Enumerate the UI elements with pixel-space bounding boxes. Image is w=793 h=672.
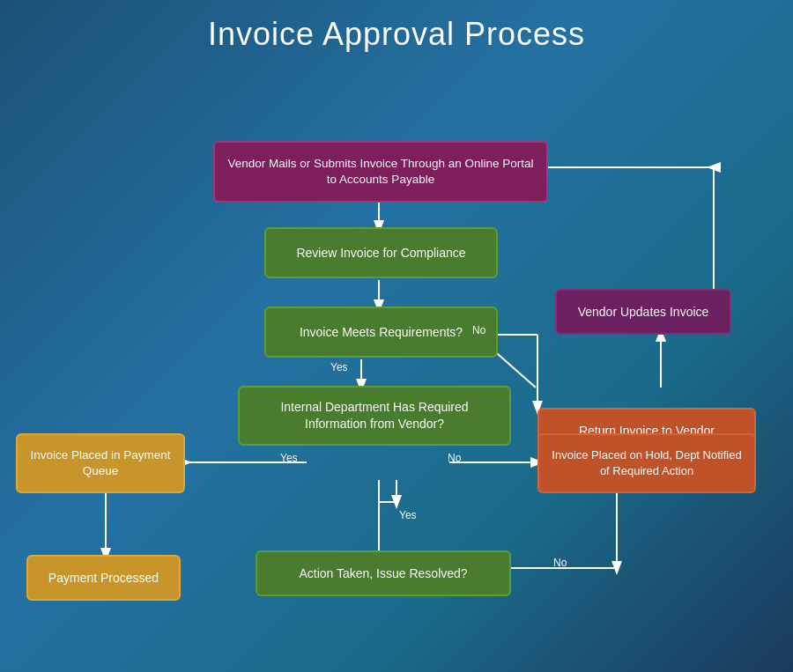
invoice-hold-box: Invoice Placed on Hold, Dept Notified of… xyxy=(537,433,756,493)
yes-label-dept: Yes xyxy=(280,452,298,464)
action-taken-box: Action Taken, Issue Resolved? xyxy=(256,550,511,596)
review-compliance-box: Review Invoice for Compliance xyxy=(264,227,498,278)
yes-label-action: Yes xyxy=(399,509,417,521)
no-label-dept: No xyxy=(448,452,461,464)
internal-dept-box: Internal Department Has Required Informa… xyxy=(238,386,511,446)
payment-processed-box: Payment Processed xyxy=(26,555,181,601)
no-label-action: No xyxy=(553,557,567,569)
invoice-meets-box: Invoice Meets Requirements? xyxy=(264,306,498,358)
vendor-updates-box: Vendor Updates Invoice xyxy=(555,289,731,335)
invoice-queue-box: Invoice Placed in Payment Queue xyxy=(16,433,185,493)
page-title: Invoice Approval Process xyxy=(0,0,793,62)
yes-label-meets: Yes xyxy=(330,361,348,373)
no-label-meets: No xyxy=(472,324,485,336)
vendor-submit-box: Vendor Mails or Submits Invoice Through … xyxy=(213,141,548,203)
